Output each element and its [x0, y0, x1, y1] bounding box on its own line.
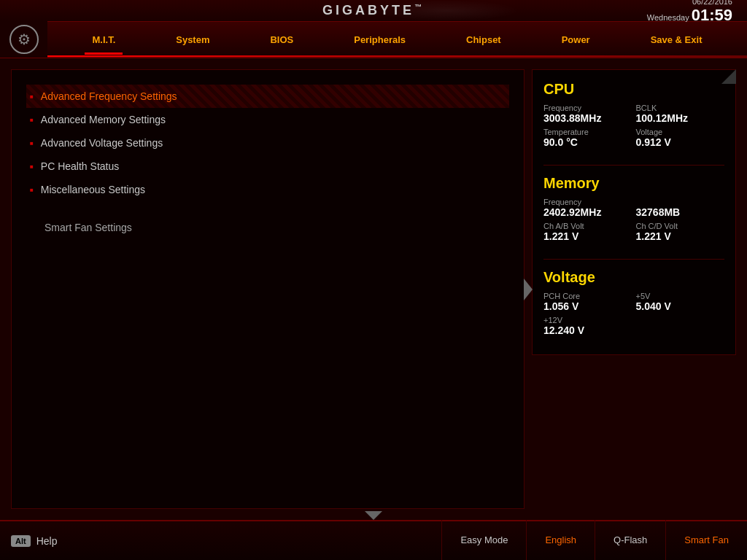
- smart-fan-button[interactable]: Smart Fan: [665, 520, 747, 560]
- memory-title: Memory: [543, 175, 724, 192]
- memory-freq-value: 2402.92MHz: [543, 206, 632, 218]
- cpu-freq-value: 3003.88MHz: [543, 112, 632, 124]
- voltage-title: Voltage: [543, 269, 724, 286]
- voltage-12v-label: +12V: [543, 316, 632, 324]
- cpu-title: CPU: [543, 81, 724, 98]
- cpu-bclk-col: BCLK 100.12MHz: [636, 104, 725, 124]
- memory-section: Memory Frequency 2402.92MHz 32768MB Ch A…: [543, 175, 724, 249]
- menu-item-misc-settings[interactable]: Miscellaneous Settings: [26, 178, 509, 201]
- nav-item-mit[interactable]: M.I.T.: [85, 31, 123, 49]
- language-button[interactable]: English: [526, 520, 595, 560]
- brand-title: GIGABYTE™: [322, 3, 425, 18]
- memory-chab-label: Ch A/B Volt: [543, 222, 632, 230]
- memory-chcd-col: Ch C/D Volt 1.221 V: [636, 222, 725, 242]
- menu-item-voltage-settings[interactable]: Advanced Voltage Settings: [26, 131, 509, 155]
- nav-items: M.I.T. System BIOS Peripherals Chipset P…: [47, 31, 747, 49]
- voltage-pch-label: PCH Core: [543, 292, 632, 300]
- voltage-5v-label: +5V: [636, 292, 725, 300]
- bottom-triangle-decoration: [365, 511, 382, 520]
- nav-item-system[interactable]: System: [169, 31, 217, 49]
- easy-mode-button[interactable]: Easy Mode: [441, 520, 526, 560]
- cpu-volt-col: Voltage 0.912 V: [636, 128, 725, 148]
- right-panel: CPU Frequency 3003.88MHz BCLK 100.12MHz …: [532, 69, 736, 355]
- memory-chcd-label: Ch C/D Volt: [636, 222, 725, 230]
- help-section: Alt Help: [0, 535, 68, 547]
- voltage-5v-value: 5.040 V: [636, 300, 725, 312]
- main-content: Advanced Frequency Settings Advanced Mem…: [0, 58, 747, 520]
- bottom-bar: Alt Help Easy Mode English Q-Flash Smart…: [0, 520, 747, 560]
- right-panel-wrapper: CPU Frequency 3003.88MHz BCLK 100.12MHz …: [532, 69, 736, 509]
- brand-tm: ™: [414, 3, 425, 11]
- memory-chab-col: Ch A/B Volt 1.221 V: [543, 222, 632, 242]
- cpu-freq-col: Frequency 3003.88MHz: [543, 104, 632, 124]
- voltage-5v-col: +5V 5.040 V: [636, 292, 725, 312]
- navbar: ⚙ M.I.T. System BIOS Peripherals Chipset…: [0, 22, 747, 58]
- cpu-voltage-label: Voltage: [636, 128, 725, 136]
- brand-name: GIGABYTE: [322, 3, 414, 18]
- nav-item-bios[interactable]: BIOS: [263, 31, 301, 49]
- qflash-button[interactable]: Q-Flash: [595, 520, 665, 560]
- cpu-section: CPU Frequency 3003.88MHz BCLK 100.12MHz …: [543, 81, 724, 155]
- voltage-pch-value: 1.056 V: [543, 300, 632, 312]
- voltage-section: Voltage PCH Core 1.056 V +5V 5.040 V +12…: [543, 269, 724, 343]
- left-panel: Advanced Frequency Settings Advanced Mem…: [11, 69, 525, 509]
- date-display: 06/22/2016: [692, 0, 732, 6]
- cpu-bclk-label: BCLK: [636, 104, 725, 112]
- bottom-right-buttons: Easy Mode English Q-Flash Smart Fan: [441, 520, 747, 560]
- day-display: Wednesday: [647, 13, 689, 22]
- cpu-temp-value: 90.0 °C: [543, 136, 632, 148]
- cpu-temp-label: Temperature: [543, 128, 632, 136]
- memory-stats-grid: Frequency 2402.92MHz 32768MB Ch A/B Volt…: [543, 198, 724, 242]
- help-text-label: Help: [36, 535, 58, 547]
- memory-freq-label: Frequency: [543, 198, 632, 206]
- memory-size-label: [636, 198, 725, 206]
- cpu-stats-grid: Frequency 3003.88MHz BCLK 100.12MHz Temp…: [543, 104, 724, 148]
- nav-underline: [47, 55, 747, 57]
- divider-1: [543, 165, 724, 166]
- nav-item-peripherals[interactable]: Peripherals: [347, 31, 413, 49]
- logo-gear-icon: ⚙: [9, 25, 39, 54]
- menu-item-freq-settings[interactable]: Advanced Frequency Settings: [26, 85, 509, 108]
- memory-size-value: 32768MB: [636, 206, 725, 218]
- panel-arrow-icon: [524, 279, 533, 300]
- nav-item-chipset[interactable]: Chipset: [459, 31, 508, 49]
- cpu-bclk-value: 100.12MHz: [636, 112, 725, 124]
- nav-item-power[interactable]: Power: [554, 31, 597, 49]
- cpu-voltage-value: 0.912 V: [636, 136, 725, 148]
- voltage-12v-value: 12.240 V: [543, 324, 632, 336]
- panel-corner-decoration: [721, 69, 736, 84]
- voltage-pch-col: PCH Core 1.056 V: [543, 292, 632, 312]
- divider-2: [543, 259, 724, 260]
- menu-item-memory-settings[interactable]: Advanced Memory Settings: [26, 108, 509, 131]
- voltage-stats-grid: PCH Core 1.056 V +5V 5.040 V +12V 12.240…: [543, 292, 724, 336]
- header: GIGABYTE™ 06/22/2016 Wednesday 01:59: [0, 0, 747, 22]
- menu-item-pc-health[interactable]: PC Health Status: [26, 155, 509, 178]
- time-display: 01:59: [692, 6, 732, 24]
- memory-chcd-value: 1.221 V: [636, 230, 725, 242]
- nav-item-save-exit[interactable]: Save & Exit: [643, 31, 710, 49]
- logo-area: ⚙: [0, 21, 47, 58]
- menu-item-smart-fan[interactable]: Smart Fan Settings: [26, 216, 509, 239]
- cpu-temp-col: Temperature 90.0 °C: [543, 128, 632, 148]
- memory-chab-value: 1.221 V: [543, 230, 632, 242]
- memory-size-col: 32768MB: [636, 198, 725, 218]
- voltage-12v-col: +12V 12.240 V: [543, 316, 632, 336]
- memory-freq-col: Frequency 2402.92MHz: [543, 198, 632, 218]
- cpu-freq-label: Frequency: [543, 104, 632, 112]
- alt-key-label: Alt: [11, 535, 31, 547]
- datetime-display: 06/22/2016 Wednesday 01:59: [647, 0, 732, 25]
